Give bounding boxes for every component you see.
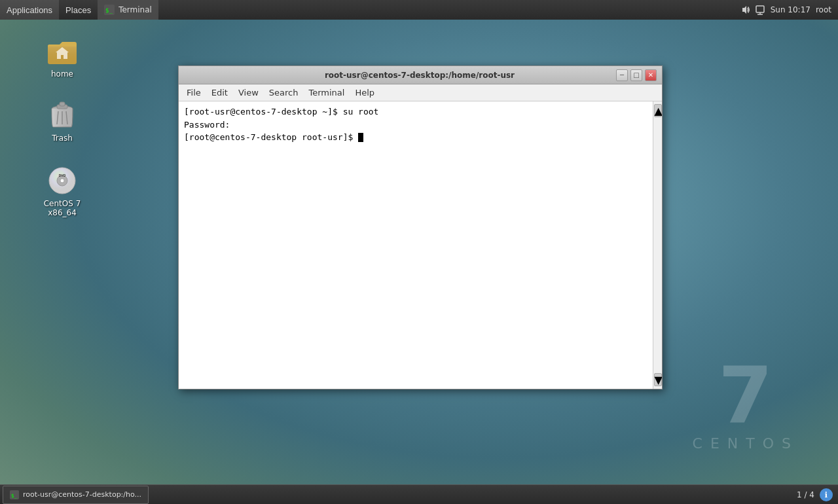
top-panel-left: Applications Places $_ Terminal — [0, 0, 740, 20]
svg-point-18 — [60, 179, 64, 183]
taskbar-right: 1 / 4 ℹ — [797, 488, 838, 501]
notification-icon[interactable]: ℹ — [820, 488, 833, 501]
menu-terminal[interactable]: Terminal — [303, 86, 350, 99]
menu-help[interactable]: Help — [350, 86, 380, 99]
menu-file[interactable]: File — [181, 86, 206, 99]
dvd-icon-label: CentOS 7 x86_64 — [39, 199, 86, 218]
datetime-display: Sun 10:17 — [771, 5, 811, 14]
places-menu[interactable]: Places — [59, 0, 98, 20]
menu-view[interactable]: View — [233, 86, 264, 99]
terminal-scrollbar[interactable]: ▲ ▼ — [653, 101, 662, 389]
svg-text:$_: $_ — [105, 7, 113, 14]
terminal-taskbar-tab[interactable]: $_ Terminal — [98, 0, 158, 20]
home-icon-label: home — [51, 69, 73, 79]
trash-desktop-icon[interactable]: Trash — [36, 97, 88, 145]
trash-image — [46, 99, 78, 131]
user-display: root — [816, 5, 831, 14]
workspace-pager: 1 / 4 — [797, 490, 814, 499]
home-folder-icon[interactable]: home — [36, 33, 88, 81]
terminal-line-2: Password: — [184, 118, 647, 132]
terminal-titlebar: root-usr@centos-7-desktop:/home/root-usr… — [179, 66, 662, 84]
svg-marker-2 — [742, 6, 746, 14]
terminal-window: root-usr@centos-7-desktop:/home/root-usr… — [178, 65, 663, 389]
terminal-tab-label: Terminal — [118, 5, 152, 14]
taskbar-terminal-item[interactable]: $_ root-usr@centos-7-desktop:/ho... — [3, 486, 149, 504]
dvd-svg: DVD — [46, 165, 78, 196]
taskbar-terminal-icon: $_ — [10, 490, 19, 499]
taskbar-terminal-label: root-usr@centos-7-desktop:/ho... — [23, 490, 141, 499]
system-tray-icons — [740, 5, 765, 15]
svg-text:$_: $_ — [11, 492, 18, 498]
home-folder-image — [46, 35, 78, 67]
trash-svg — [46, 99, 78, 131]
terminal-window-title: root-usr@centos-7-desktop:/home/root-usr — [223, 71, 616, 80]
terminal-line-1: [root-usr@centos-7-desktop ~]$ su root — [184, 105, 647, 118]
window-controls: ─ □ ✕ — [616, 69, 657, 81]
top-panel: Applications Places $_ Terminal — [0, 0, 838, 20]
terminal-tab-icon: $_ — [104, 5, 115, 15]
menu-edit[interactable]: Edit — [206, 86, 233, 99]
minimize-button[interactable]: ─ — [616, 69, 628, 81]
svg-rect-3 — [756, 6, 764, 12]
centos-brand-text: CENTOS — [693, 435, 799, 452]
network-icon[interactable] — [755, 5, 765, 15]
applications-menu[interactable]: Applications — [0, 0, 59, 20]
terminal-body: [root-usr@centos-7-desktop ~]$ su root P… — [179, 101, 662, 389]
svg-rect-11 — [60, 102, 65, 106]
dvd-image: DVD — [46, 165, 78, 196]
svg-text:DVD: DVD — [59, 173, 66, 177]
dvd-desktop-icon[interactable]: DVD CentOS 7 x86_64 — [36, 162, 88, 221]
scrollbar-down-arrow[interactable]: ▼ — [654, 373, 662, 386]
volume-icon[interactable] — [740, 5, 751, 15]
maximize-button[interactable]: □ — [630, 69, 642, 81]
centos-watermark: 7 CENTOS — [693, 357, 799, 452]
home-folder-svg — [46, 35, 78, 67]
terminal-cursor — [358, 133, 363, 142]
top-panel-right: Sun 10:17 root — [740, 5, 838, 15]
terminal-menubar: File Edit View Search Terminal Help — [179, 84, 662, 101]
centos-version-number: 7 — [693, 357, 799, 435]
close-button[interactable]: ✕ — [645, 69, 657, 81]
terminal-line-3: [root@centos-7-desktop root-usr]$ — [184, 131, 647, 144]
terminal-content-area[interactable]: [root-usr@centos-7-desktop ~]$ su root P… — [179, 101, 653, 389]
trash-icon-label: Trash — [52, 134, 73, 143]
desktop: 7 CENTOS Applications Places $_ Terminal — [0, 0, 838, 504]
scrollbar-up-arrow[interactable]: ▲ — [654, 104, 662, 117]
taskbar: $_ root-usr@centos-7-desktop:/ho... 1 / … — [0, 484, 838, 504]
menu-search[interactable]: Search — [264, 86, 304, 99]
